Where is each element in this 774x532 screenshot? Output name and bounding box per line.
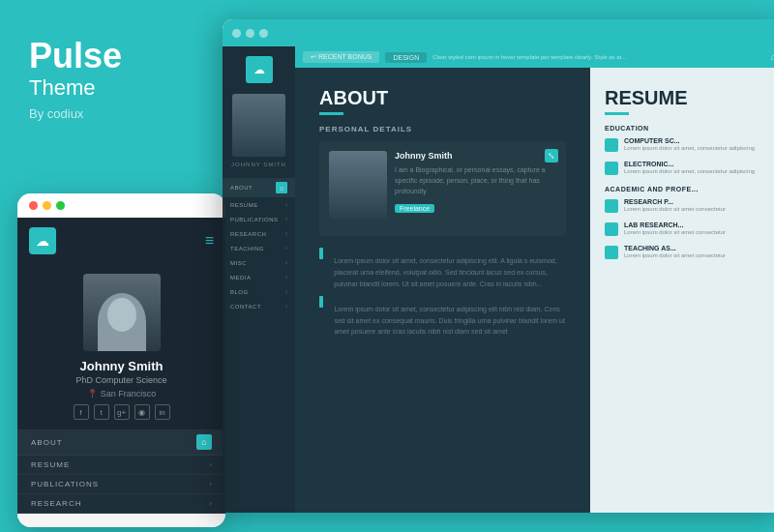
desktop-content: ABOUT PERSONAL DETAILS ⤡ Johnny Smith: [295, 68, 774, 513]
desktop-main: ↩ RECENT BONUS DESIGN Clear styled com i…: [295, 46, 774, 513]
location-text: San Francisco: [101, 389, 157, 399]
nav-home-icon: ⌂: [196, 434, 212, 450]
desk-nav: ABOUT ⌂ RESUME › PUBLICATIONS › RESEARCH…: [223, 178, 295, 313]
cloud-icon[interactable]: ☁: [29, 227, 56, 254]
resume-item-2: ELECTRONIC... Lorem ipsum dolor sit amet…: [605, 161, 769, 176]
desktop-addressbar: ↩ RECENT BONUS DESIGN Clear styled com i…: [295, 46, 774, 68]
profile-card-avatar: [329, 151, 387, 219]
desktop-titlebar: [223, 19, 774, 46]
mobile-dot-yellow: [43, 201, 51, 210]
facebook-icon[interactable]: f: [74, 404, 89, 420]
profile-card-header: Johnny Smith I am a Biographical, or per…: [329, 151, 556, 219]
hamburger-icon[interactable]: ≡: [205, 232, 214, 250]
desk-nav-media-label: MEDIA: [230, 275, 252, 281]
resume-item-title-2: ELECTRONIC...: [624, 161, 755, 167]
desk-nav-blog-label: BLOG: [230, 289, 249, 295]
personal-details-label: PERSONAL DETAILS: [319, 125, 566, 133]
desk-nav-misc-arrow: ›: [285, 259, 287, 266]
content-body: Lorem ipsum dolor sit amet, consectetur …: [319, 248, 566, 290]
resume-item-text-4: Lorem ipsum dolor sit amet consectetur: [624, 228, 726, 237]
resume-item-content-2: ELECTRONIC... Lorem ipsum dolor sit amet…: [624, 161, 755, 176]
nav-label-about: ABOUT: [31, 438, 63, 447]
desk-nav-misc-label: MISC: [230, 260, 247, 266]
profile-card: ⤡ Johnny Smith I am a Biographical, or p…: [319, 141, 566, 236]
desk-nav-contact[interactable]: CONTACT ›: [223, 299, 295, 313]
resume-item-content-3: RESEARCH P... Lorem ipsum dolor sit amet…: [624, 198, 726, 214]
social-links: f t g+ ◉ in: [74, 404, 170, 420]
desktop-mockup: ☁ JOHNNY SMITH ABOUT ⌂ RESUME › PUBLICAT…: [223, 19, 774, 513]
resume-dot-2: [605, 162, 618, 175]
profile-card-info: Johnny Smith I am a Biographical, or per…: [395, 151, 556, 219]
resume-item-text-5: Lorem ipsum dolor sit amet consectetur: [624, 251, 726, 260]
teal-accent-2: [319, 296, 323, 308]
resume-dot-4: [605, 222, 618, 236]
desk-nav-teaching[interactable]: TEACHING ›: [223, 241, 295, 255]
desk-nav-res-arrow: ›: [285, 230, 287, 237]
desk-avatar: [232, 94, 285, 157]
desk-nav-misc[interactable]: MISC ›: [223, 255, 295, 270]
resume-item-5: TEACHING AS... Lorem ipsum dolor sit ame…: [605, 245, 769, 260]
addressbar-tab-design[interactable]: DESIGN: [385, 52, 427, 63]
brand-by: By codiux: [29, 106, 194, 121]
dribbble-icon[interactable]: ◉: [134, 404, 150, 420]
desk-nav-blog[interactable]: BLOG ›: [223, 284, 295, 299]
resume-cat-academic: ACADEMIC AND PROFE...: [605, 186, 769, 192]
mobile-dot-green: [56, 201, 65, 210]
mobile-mockup: ☁ ≡ Johnny Smith PhD Computer Science 📍 …: [17, 193, 225, 527]
desk-nav-contact-arrow: ›: [285, 303, 287, 310]
teal-accent-1: [319, 248, 323, 259]
desk-nav-about[interactable]: ABOUT ⌂: [223, 178, 295, 197]
mobile-content: .01 ABOUT PERSONAL DETAILS ✉ email@examp…: [17, 514, 225, 527]
desk-nav-contact-label: CONTACT: [230, 304, 261, 310]
resume-dot-3: [605, 199, 618, 213]
profile-location: 📍 San Francisco: [87, 389, 157, 399]
face-silhouette: [98, 293, 146, 351]
google-icon[interactable]: g+: [114, 404, 130, 420]
addressbar-tab-recent[interactable]: ↩ RECENT BONUS: [303, 51, 379, 63]
desk-cloud-icon[interactable]: ☁: [246, 56, 273, 83]
resume-item-content-5: TEACHING AS... Lorem ipsum dolor sit ame…: [624, 245, 726, 260]
profile-card-name: Johnny Smith: [395, 151, 556, 161]
mobile-titlebar: [17, 193, 225, 218]
resume-title: RESUME: [605, 87, 769, 109]
location-icon: 📍: [87, 389, 98, 399]
resume-item-4: LAB RESEARCH... Lorem ipsum dolor sit am…: [605, 222, 769, 237]
profile-card-tag: Freelance: [395, 204, 434, 213]
profile-title: PhD Computer Science: [75, 375, 166, 385]
resume-item-title-1: COMPUTER SC...: [624, 137, 755, 144]
nav-item-research[interactable]: RESEARCH ›: [17, 494, 225, 514]
desktop-dot-2: [246, 29, 254, 38]
desk-nav-about-label: ABOUT: [230, 185, 253, 191]
addressbar-url: Clear styled com ipsum in hover template…: [432, 54, 764, 60]
nav-label-publications: PUBLICATIONS: [31, 480, 99, 488]
resume-divider: [605, 112, 629, 115]
desk-nav-publications[interactable]: PUBLICATIONS ›: [223, 212, 295, 226]
resume-item-3: RESEARCH P... Lorem ipsum dolor sit amet…: [605, 198, 769, 214]
desk-nav-resume-arrow: ›: [285, 201, 287, 208]
desk-avatar-image: [232, 94, 285, 157]
desk-nav-research[interactable]: RESEARCH ›: [223, 226, 295, 241]
body-text-1: Lorem ipsum dolor sit amet, consectetur …: [334, 255, 566, 290]
resume-item-title-5: TEACHING AS...: [624, 245, 726, 251]
desk-nav-teach-arrow: ›: [285, 245, 287, 251]
expand-icon[interactable]: ⤡: [545, 149, 558, 163]
profile-name: Johnny Smith: [80, 359, 164, 373]
twitter-icon[interactable]: t: [94, 404, 109, 420]
desk-nav-media[interactable]: MEDIA ›: [223, 270, 295, 284]
content-body-2: Lorem ipsum dolor sit amet, consectetur …: [319, 296, 566, 339]
resume-item-text-3: Lorem ipsum dolor sit amet consectetur: [624, 205, 726, 214]
nav-item-publications[interactable]: PUBLICATIONS ›: [17, 475, 225, 494]
nav-item-about[interactable]: ABOUT ⌂: [17, 429, 225, 456]
resume-item-title-3: RESEARCH P...: [624, 198, 726, 205]
nav-item-resume[interactable]: RESUME ›: [17, 456, 225, 475]
desk-profile-name: JOHNNY SMITH: [231, 162, 286, 167]
addressbar-home-icon[interactable]: ⌂: [771, 52, 774, 62]
resume-cat-education: EDUCATION: [605, 125, 769, 132]
nav-label-resume: RESUME: [31, 460, 70, 469]
desktop-body: ☁ JOHNNY SMITH ABOUT ⌂ RESUME › PUBLICAT…: [223, 46, 774, 513]
desk-nav-resume[interactable]: RESUME ›: [223, 197, 295, 212]
resume-item-title-4: LAB RESEARCH...: [624, 222, 726, 228]
about-title: ABOUT: [319, 87, 566, 109]
linkedin-icon[interactable]: in: [155, 404, 170, 420]
avatar-image: [83, 274, 161, 351]
